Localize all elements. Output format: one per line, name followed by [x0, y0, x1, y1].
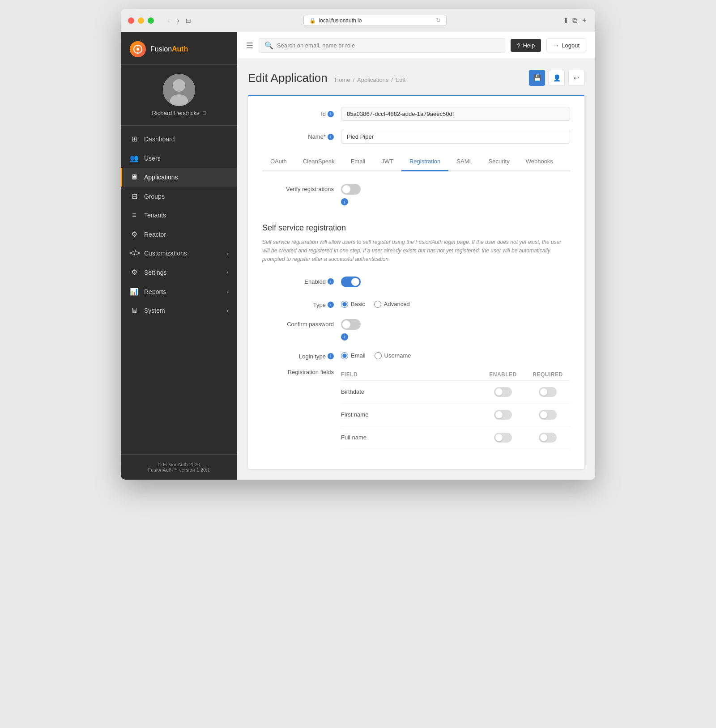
search-input[interactable]	[277, 42, 499, 49]
login-username-option[interactable]: Username	[375, 352, 411, 359]
add-tab-button[interactable]: ＋	[581, 16, 588, 25]
tab-email[interactable]: Email	[343, 153, 374, 171]
confirm-password-info-icon[interactable]: i	[341, 333, 348, 341]
sidebar-item-label: Customizations	[144, 250, 187, 257]
reactor-icon: ⚙	[130, 230, 139, 238]
sidebar-nav: ⊞ Dashboard 👥 Users 🖥 Applications ⊟ Gro…	[121, 126, 237, 454]
type-advanced-radio[interactable]	[374, 301, 381, 308]
breadcrumb-home[interactable]: Home	[335, 77, 350, 83]
sidebar-item-applications[interactable]: 🖥 Applications	[121, 168, 237, 187]
breadcrumb-applications[interactable]: Applications	[357, 77, 388, 83]
verify-registrations-toggle-wrap	[341, 182, 570, 196]
chevron-right-icon: ›	[227, 251, 228, 256]
refresh-icon[interactable]: ↻	[436, 17, 441, 24]
forward-button[interactable]: ›	[174, 16, 182, 26]
enabled-label: Enabled i	[262, 275, 334, 285]
sidebar-item-reactor[interactable]: ⚙ Reactor	[121, 225, 237, 244]
search-wrap: 🔍	[259, 38, 505, 53]
sidebar-toggle-icon[interactable]: ⊟	[186, 17, 191, 24]
lock-icon: 🔒	[309, 17, 316, 24]
confirm-password-row: Confirm password	[262, 317, 570, 341]
type-basic-option[interactable]: Basic	[341, 301, 365, 308]
sidebar-item-tenants[interactable]: ≡ Tenants	[121, 206, 237, 225]
tab-security[interactable]: Security	[481, 153, 518, 171]
main-content: Edit Application Home / Applications / E…	[237, 59, 595, 480]
login-email-radio[interactable]	[341, 352, 348, 359]
share-button[interactable]: ⬆	[563, 16, 569, 25]
enabled-info-icon[interactable]: i	[328, 278, 334, 285]
tab-oauth[interactable]: OAuth	[262, 153, 295, 171]
name-field-control	[341, 130, 570, 144]
sidebar-item-system[interactable]: 🖥 System ›	[121, 301, 237, 320]
name-info-icon[interactable]: i	[328, 134, 334, 140]
save-button[interactable]: 💾	[529, 70, 545, 86]
sidebar-item-settings[interactable]: ⚙ Settings ›	[121, 263, 237, 282]
confirm-password-toggle[interactable]	[341, 319, 361, 330]
close-button[interactable]	[128, 17, 134, 24]
sidebar-item-customizations[interactable]: </> Customizations ›	[121, 244, 237, 263]
confirm-password-label: Confirm password	[262, 317, 334, 328]
firstname-required-toggle[interactable]	[539, 410, 557, 420]
enabled-toggle[interactable]	[341, 277, 361, 287]
sidebar-item-users[interactable]: 👥 Users	[121, 149, 237, 168]
back-button[interactable]: ‹	[165, 16, 172, 26]
username-text: Richard Hendricks	[152, 110, 199, 116]
logout-button[interactable]: → Logout	[546, 38, 586, 52]
page-title-section: Edit Application Home / Applications / E…	[248, 71, 405, 85]
verify-registrations-toggle[interactable]	[341, 184, 361, 195]
new-tab-button[interactable]: ⧉	[572, 16, 577, 25]
registration-fields-control: Field Enabled Required Birthdate	[341, 369, 570, 449]
birthdate-enabled-toggle[interactable]	[494, 387, 512, 397]
field-name-firstname: First name	[341, 411, 481, 418]
registration-fields-label: Registration fields	[262, 369, 334, 375]
content-inner: Edit Application Home / Applications / E…	[237, 59, 595, 480]
confirm-password-toggle-wrap	[341, 317, 570, 332]
fullname-required-toggle[interactable]	[539, 433, 557, 443]
sidebar-logo: FusionAuth	[121, 32, 237, 65]
back-arrow-button[interactable]: ↩	[568, 70, 584, 86]
logo-first: Fusion	[150, 45, 172, 53]
save-icon: 💾	[533, 74, 541, 81]
field-enabled-firstname	[481, 410, 525, 420]
birthdate-required-toggle[interactable]	[539, 387, 557, 397]
fullname-enabled-toggle[interactable]	[494, 433, 512, 443]
hamburger-icon[interactable]: ☰	[246, 41, 253, 51]
field-name-fullname: Full name	[341, 434, 481, 441]
type-advanced-option[interactable]: Advanced	[374, 301, 410, 308]
name-input[interactable]	[341, 130, 570, 144]
sidebar-item-groups[interactable]: ⊟ Groups	[121, 187, 237, 206]
tab-webhooks[interactable]: Webhooks	[518, 153, 561, 171]
help-button[interactable]: ? Help	[511, 39, 541, 52]
tab-cleanspeak[interactable]: CleanSpeak	[295, 153, 343, 171]
type-basic-radio[interactable]	[341, 301, 348, 308]
footer-line2: FusionAuth™ version 1.20.1	[130, 467, 228, 473]
tab-saml[interactable]: SAML	[448, 153, 480, 171]
tab-registration[interactable]: Registration	[401, 153, 448, 171]
sidebar-item-dashboard[interactable]: ⊞ Dashboard	[121, 129, 237, 149]
verify-registrations-row: Verify registrations	[262, 182, 570, 205]
login-type-control: Email Username	[341, 349, 570, 359]
login-type-info-icon[interactable]: i	[328, 353, 334, 359]
logo-second: Auth	[172, 45, 188, 53]
tab-jwt[interactable]: JWT	[373, 153, 401, 171]
user-button[interactable]: 👤	[549, 70, 565, 86]
field-name-birthdate: Birthdate	[341, 388, 481, 395]
sidebar-footer: © FusionAuth 2020 FusionAuth™ version 1.…	[121, 454, 237, 480]
firstname-enabled-toggle[interactable]	[494, 410, 512, 420]
sidebar-item-reports[interactable]: 📊 Reports ›	[121, 282, 237, 301]
sidebar-item-label: Settings	[144, 269, 167, 276]
address-bar[interactable]: 🔒 local.fusionauth.io ↻	[303, 15, 447, 26]
verify-registrations-slider	[341, 184, 361, 195]
id-input[interactable]	[341, 107, 570, 121]
type-info-icon[interactable]: i	[328, 302, 334, 308]
id-info-icon[interactable]: i	[328, 111, 334, 117]
maximize-button[interactable]	[148, 17, 154, 24]
login-username-radio[interactable]	[375, 352, 382, 359]
minimize-button[interactable]	[138, 17, 144, 24]
search-icon: 🔍	[264, 41, 273, 50]
breadcrumb-separator2: /	[391, 77, 393, 83]
field-required-fullname	[525, 433, 570, 443]
login-email-option[interactable]: Email	[341, 352, 366, 359]
id-field-row: Id i	[262, 107, 570, 121]
verify-registrations-info-icon[interactable]: i	[341, 198, 348, 205]
